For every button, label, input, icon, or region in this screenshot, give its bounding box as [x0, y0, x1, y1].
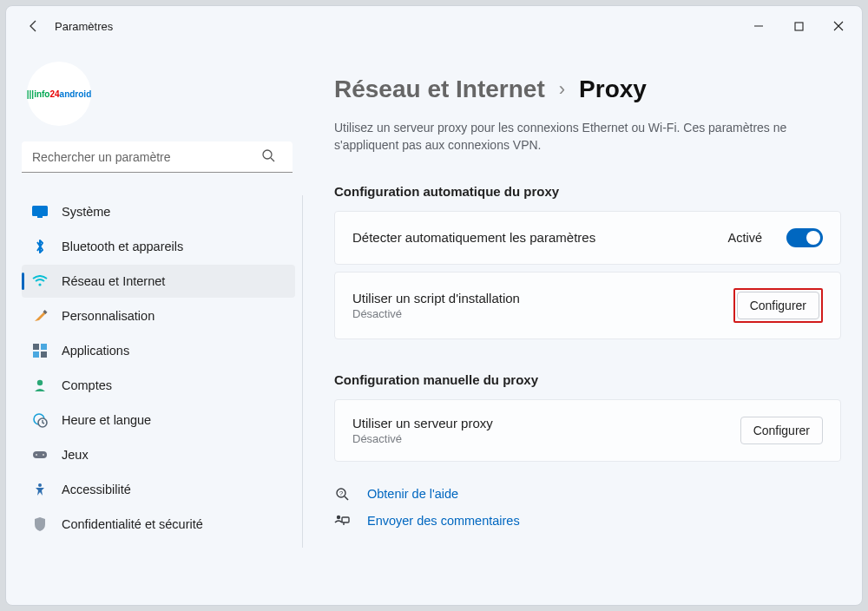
nav-label: Réseau et Internet — [62, 274, 165, 288]
svg-rect-10 — [33, 351, 39, 358]
detect-status: Activé — [728, 231, 763, 245]
nav-gaming[interactable]: Jeux — [22, 438, 295, 471]
search-box — [22, 141, 303, 173]
svg-text:?: ? — [339, 489, 344, 497]
svg-point-12 — [37, 380, 43, 385]
section-auto-title: Configuration automatique du proxy — [334, 184, 841, 199]
nav-label: Jeux — [62, 448, 89, 462]
nav-label: Comptes — [62, 378, 112, 392]
settings-window: Paramètres |||info24android — [5, 5, 863, 606]
nav-label: Bluetooth et appareils — [62, 240, 183, 253]
nav-label: Heure et langue — [62, 413, 151, 427]
search-icon — [261, 148, 275, 166]
nav-bluetooth[interactable]: Bluetooth et appareils — [22, 230, 295, 263]
svg-point-21 — [337, 515, 340, 518]
nav-privacy[interactable]: Confidentialité et sécurité — [22, 508, 295, 541]
breadcrumb-parent[interactable]: Réseau et Internet — [334, 76, 545, 103]
nav-label: Personnalisation — [62, 309, 155, 323]
sidebar: |||info24android Système Bluetooth et ap… — [6, 46, 312, 605]
nav-apps[interactable]: Applications — [22, 334, 295, 367]
minimize-button[interactable] — [739, 6, 779, 46]
svg-point-17 — [43, 454, 44, 456]
detect-label: Détecter automatiquement les paramètres — [352, 230, 728, 245]
window-title: Paramètres — [55, 20, 113, 33]
nav-list: Système Bluetooth et appareils Réseau et… — [22, 195, 303, 548]
user-avatar[interactable]: |||info24android — [27, 62, 91, 126]
help-icon: ? — [334, 486, 352, 502]
server-status: Désactivé — [352, 432, 740, 445]
accessibility-icon — [32, 482, 48, 497]
nav-label: Applications — [62, 344, 129, 358]
server-configure-button[interactable]: Configurer — [740, 417, 823, 444]
feedback-link[interactable]: Envoyer des commentaires — [367, 514, 520, 528]
script-configure-button[interactable]: Configurer — [737, 292, 819, 319]
script-label: Utiliser un script d'installation — [352, 291, 733, 306]
annotation-highlight: Configurer — [733, 288, 823, 323]
person-icon — [32, 378, 48, 393]
svg-rect-22 — [342, 517, 349, 522]
nav-time-language[interactable]: Heure et langue — [22, 404, 295, 437]
card-setup-script: Utiliser un script d'installation Désact… — [334, 272, 841, 339]
svg-line-3 — [271, 158, 274, 161]
nav-personalization[interactable]: Personnalisation — [22, 299, 295, 332]
svg-rect-5 — [37, 216, 43, 218]
detect-toggle[interactable] — [786, 228, 823, 247]
feedback-icon — [334, 514, 352, 528]
main-content: Réseau et Internet › Proxy Utilisez un s… — [312, 46, 862, 605]
page-description: Utilisez un serveur proxy pour les conne… — [334, 119, 841, 154]
close-button[interactable] — [819, 6, 858, 46]
search-input[interactable] — [22, 141, 293, 173]
svg-rect-9 — [41, 344, 47, 350]
shield-icon — [32, 516, 48, 532]
card-detect-settings: Détecter automatiquement les paramètres … — [334, 211, 841, 265]
nav-label: Système — [62, 205, 110, 219]
display-icon — [32, 204, 48, 220]
svg-rect-4 — [32, 206, 48, 216]
breadcrumb: Réseau et Internet › Proxy — [334, 76, 841, 103]
help-link[interactable]: Obtenir de l'aide — [367, 487, 458, 501]
svg-point-6 — [38, 283, 41, 286]
section-manual-title: Configuration manuelle du proxy — [334, 372, 841, 387]
nav-network[interactable]: Réseau et Internet — [22, 265, 295, 298]
svg-rect-8 — [33, 344, 39, 350]
nav-accounts[interactable]: Comptes — [22, 369, 295, 402]
script-status: Désactivé — [352, 307, 733, 320]
svg-rect-1 — [795, 23, 803, 30]
back-button[interactable] — [18, 19, 49, 33]
nav-system[interactable]: Système — [22, 195, 295, 228]
svg-point-16 — [36, 454, 37, 456]
svg-rect-15 — [33, 451, 47, 458]
globe-clock-icon — [32, 412, 48, 428]
titlebar: Paramètres — [6, 6, 862, 46]
footer-links: ? Obtenir de l'aide Envoyer des commenta… — [334, 486, 841, 528]
nav-label: Accessibilité — [62, 483, 131, 496]
nav-accessibility[interactable]: Accessibilité — [22, 473, 295, 506]
card-proxy-server: Utiliser un serveur proxy Désactivé Conf… — [334, 399, 841, 462]
breadcrumb-current: Proxy — [579, 76, 647, 103]
svg-point-2 — [263, 150, 272, 159]
chevron-right-icon: › — [559, 78, 565, 101]
apps-icon — [32, 343, 48, 358]
bluetooth-icon — [32, 239, 48, 254]
svg-point-18 — [38, 483, 42, 487]
svg-rect-11 — [41, 351, 47, 358]
brush-icon — [32, 308, 48, 324]
server-label: Utiliser un serveur proxy — [352, 416, 740, 430]
maximize-button[interactable] — [779, 6, 819, 46]
gamepad-icon — [32, 447, 48, 463]
nav-label: Confidentialité et sécurité — [62, 517, 203, 531]
wifi-icon — [32, 273, 48, 289]
